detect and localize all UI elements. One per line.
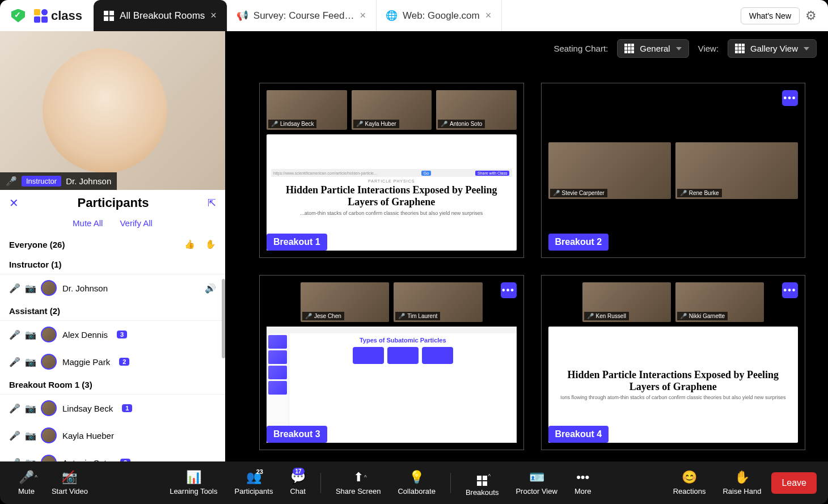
grid-icon [735, 44, 745, 53]
close-icon[interactable]: × [485, 10, 492, 22]
top-bar: class All Breakout Rooms × 📢 Survey: Cou… [0, 0, 828, 31]
room-label: Breakout 2 [548, 234, 609, 251]
participant-row[interactable]: 🎤 📷 Maggie Park 2 [0, 348, 225, 375]
view-dropdown[interactable]: Gallery View [728, 39, 817, 58]
share-screen-button[interactable]: ⬆^Share Screen [329, 470, 388, 495]
breakout-room-3[interactable]: ••• 🎤Jese Chen 🎤Tim Laurent Types of Sub… [259, 275, 524, 450]
tab-bar: All Breakout Rooms × 📢 Survey: Course Fe… [94, 0, 502, 31]
mic-muted-icon[interactable]: 🎤 [9, 329, 19, 340]
video-tile: 🎤Ken Russell [582, 282, 671, 322]
self-name: Dr. Johnson [66, 176, 111, 186]
view-label: View: [698, 44, 719, 53]
thumbs-up-icon[interactable]: 👍 [184, 239, 195, 249]
gear-icon[interactable]: ⚙ [805, 9, 817, 23]
close-icon[interactable]: × [360, 10, 366, 22]
mic-muted-icon[interactable]: 🎤 [9, 357, 19, 367]
mic-icon[interactable]: 🎤 [9, 403, 19, 414]
close-icon[interactable]: ✕ [9, 196, 19, 210]
everyone-label: Everyone (26) [9, 240, 65, 249]
megaphone-icon: 📢 [238, 11, 248, 21]
breakout-room-4[interactable]: ••• 🎤Ken Russell 🎤Nikki Garnette Hidden … [541, 275, 806, 450]
room-menu-button[interactable]: ••• [782, 90, 798, 106]
chat-badge[interactable]: 2 [119, 358, 129, 366]
video-tile: 🎤Lindsay Beck [267, 90, 347, 130]
leave-button[interactable]: Leave [771, 472, 817, 494]
popout-icon[interactable]: ⇱ [208, 197, 216, 209]
grid-icon [104, 11, 114, 21]
app-logo: class [34, 9, 82, 23]
hand-icon[interactable]: ✋ [205, 239, 216, 249]
video-tile: 🎤Tim Laurent [394, 282, 482, 322]
learning-tools-button[interactable]: 📊Learning Tools [163, 470, 224, 495]
tab-breakout-rooms[interactable]: All Breakout Rooms × [94, 0, 227, 31]
whats-new-button[interactable]: What's New [741, 7, 800, 24]
grid-icon [624, 44, 634, 53]
participant-row[interactable]: 🎤 📷 Kayla Hueber [0, 422, 225, 449]
raise-hand-button[interactable]: ✋Raise Hand [716, 470, 768, 495]
chat-badge[interactable]: 2 [120, 459, 130, 461]
self-video: 🎤 Instructor Dr. Johnson [0, 31, 225, 190]
avatar [41, 400, 57, 416]
participant-row[interactable]: 🎤 📷 Antonio Soto 2 [0, 449, 225, 461]
camera-icon[interactable]: 📷 [25, 458, 35, 462]
mic-icon: 🎤 [6, 176, 17, 187]
verify-all-link[interactable]: Verify All [120, 218, 153, 228]
mute-button[interactable]: 🎤^Mute [11, 470, 41, 495]
avatar [41, 327, 57, 342]
section-breakout1: Breakout Room 1 (3) [0, 375, 225, 395]
speaking-icon: 🔊 [205, 283, 216, 294]
avatar [41, 280, 57, 296]
camera-icon[interactable]: 📷 [25, 283, 35, 294]
panel-title: Participants [19, 196, 208, 210]
video-tile: 🎤Stevie Carpenter [548, 142, 671, 199]
room-label: Breakout 1 [267, 234, 327, 251]
participant-row[interactable]: 🎤 📷 Lindsay Beck 1 [0, 395, 225, 422]
seating-chart-label: Seating Chart: [554, 44, 608, 53]
mic-icon[interactable]: 🎤 [9, 283, 19, 294]
section-instructor: Instructor (1) [0, 255, 225, 274]
breakout-room-2[interactable]: ••• 🎤Stevie Carpenter 🎤Rene Burke Breako… [541, 83, 806, 258]
chevron-down-icon [676, 47, 682, 50]
video-tile: 🎤Rene Burke [675, 142, 798, 199]
section-assistant: Assistant (2) [0, 302, 225, 321]
tab-web[interactable]: 🌐 Web: Google.com × [377, 0, 502, 31]
avatar [41, 354, 57, 370]
seating-chart-dropdown[interactable]: General [617, 39, 688, 58]
room-menu-button[interactable]: ••• [782, 282, 798, 298]
role-badge: Instructor [22, 176, 61, 187]
chat-badge[interactable]: 3 [117, 331, 127, 338]
bottom-toolbar: 🎤^Mute 📷Start Video 📊Learning Tools 👥23P… [0, 461, 828, 504]
chat-badge[interactable]: 1 [122, 404, 132, 412]
participants-panel: ✕ Participants ⇱ Mute All Verify All Eve… [0, 190, 225, 461]
camera-icon[interactable]: 📷 [25, 329, 35, 340]
participant-row[interactable]: 🎤 📷 Dr. Johnson 🔊 [0, 274, 225, 302]
participants-button[interactable]: 👥23Participants [227, 470, 280, 495]
close-icon[interactable]: × [210, 10, 217, 22]
reactions-button[interactable]: 😊Reactions [666, 470, 713, 495]
tab-survey[interactable]: 📢 Survey: Course Feed… × [227, 0, 377, 31]
mute-all-link[interactable]: Mute All [73, 218, 103, 228]
chevron-down-icon [804, 47, 809, 50]
video-tile: 🎤Jese Chen [301, 282, 389, 322]
camera-icon[interactable]: 📷 [25, 403, 35, 414]
breakouts-button[interactable]: ^Breakouts [459, 469, 506, 497]
collaborate-button[interactable]: 💡Collaborate [391, 470, 442, 495]
mic-muted-icon[interactable]: 🎤 [9, 458, 19, 462]
camera-icon[interactable]: 📷 [25, 430, 35, 441]
video-tile: 🎤Kayla Huber [352, 90, 432, 130]
proctor-view-button[interactable]: 🪪Proctor View [509, 470, 564, 495]
shield-icon [11, 9, 25, 23]
breakout-room-1[interactable]: ••• 🎤Lindsay Beck 🎤Kayla Huber 🎤Antonio … [259, 83, 524, 258]
participant-row[interactable]: 🎤 📷 Alex Dennis 3 [0, 321, 225, 348]
start-video-button[interactable]: 📷Start Video [45, 470, 95, 495]
avatar [41, 455, 57, 461]
video-tile: 🎤Antonio Soto [436, 90, 517, 130]
more-button[interactable]: •••More [568, 470, 598, 495]
mic-icon[interactable]: 🎤 [9, 430, 19, 441]
room-label: Breakout 4 [548, 426, 609, 443]
chat-button[interactable]: 💬17Chat [283, 470, 312, 495]
room-label: Breakout 3 [267, 426, 327, 443]
video-tile: 🎤Nikki Garnette [675, 282, 764, 322]
room-menu-button[interactable]: ••• [501, 282, 517, 298]
camera-icon[interactable]: 📷 [25, 357, 35, 367]
